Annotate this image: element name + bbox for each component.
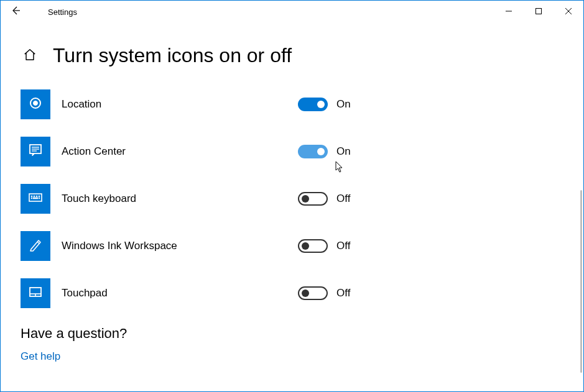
back-arrow-icon xyxy=(11,6,21,18)
svg-point-13 xyxy=(36,196,37,197)
ink-workspace-icon xyxy=(27,237,44,255)
page-title: Turn system icons on or off xyxy=(53,44,292,67)
toggle-wrap: Off xyxy=(298,286,350,300)
content-area: Turn system icons on or off LocationOnAc… xyxy=(1,23,583,391)
setting-label: Location xyxy=(62,98,298,111)
maximize-icon xyxy=(535,6,542,17)
toggle-state-label: Off xyxy=(336,287,350,299)
toggle-switch[interactable] xyxy=(298,192,328,206)
setting-row: Touch keyboardOff xyxy=(21,184,563,214)
location-icon xyxy=(27,95,44,114)
maximize-button[interactable] xyxy=(524,1,554,23)
toggle-state-label: Off xyxy=(336,193,350,205)
setting-tile xyxy=(21,184,50,214)
home-icon xyxy=(23,53,37,63)
toggle-knob xyxy=(317,101,325,108)
toggle-switch[interactable] xyxy=(298,286,328,300)
toggle-switch[interactable] xyxy=(298,145,328,158)
toggle-switch[interactable] xyxy=(298,239,328,253)
back-button[interactable] xyxy=(1,1,30,23)
setting-label: Windows Ink Workspace xyxy=(62,240,298,252)
help-heading: Have a question? xyxy=(21,326,563,342)
close-icon xyxy=(565,6,572,17)
toggle-wrap: On xyxy=(298,98,351,111)
settings-window: Settings Turn system icons on or off Loc… xyxy=(0,0,584,392)
toggle-state-label: On xyxy=(336,98,351,111)
svg-point-14 xyxy=(39,196,40,197)
page-header: Turn system icons on or off xyxy=(21,44,563,67)
svg-point-16 xyxy=(39,198,40,199)
setting-row: Windows Ink WorkspaceOff xyxy=(21,231,563,261)
setting-tile xyxy=(21,278,50,308)
setting-tile xyxy=(21,231,50,261)
home-button[interactable] xyxy=(23,48,37,64)
toggle-knob xyxy=(317,148,325,155)
minimize-button[interactable] xyxy=(494,1,524,23)
svg-point-5 xyxy=(34,101,38,106)
setting-row: TouchpadOff xyxy=(21,278,563,308)
items-list: LocationOnAction CenterOnTouch keyboardO… xyxy=(21,89,563,308)
toggle-switch[interactable] xyxy=(298,98,328,111)
toggle-knob xyxy=(302,242,309,250)
toggle-wrap: On xyxy=(298,145,351,158)
toggle-wrap: Off xyxy=(298,192,350,206)
svg-line-18 xyxy=(37,242,39,244)
toggle-state-label: Off xyxy=(336,240,350,252)
toggle-wrap: Off xyxy=(298,239,350,253)
svg-point-15 xyxy=(31,198,32,199)
setting-label: Touch keyboard xyxy=(62,193,298,205)
setting-label: Action Center xyxy=(62,145,298,158)
setting-tile xyxy=(21,137,50,166)
svg-point-11 xyxy=(31,196,32,197)
svg-rect-1 xyxy=(536,9,542,14)
scrollbar[interactable] xyxy=(580,190,582,373)
get-help-link[interactable]: Get help xyxy=(21,350,60,362)
titlebar: Settings xyxy=(1,1,583,23)
setting-tile xyxy=(21,89,50,119)
touch-keyboard-icon xyxy=(27,189,44,208)
setting-row: Action CenterOn xyxy=(21,137,563,166)
touchpad-icon xyxy=(27,284,44,303)
setting-row: LocationOn xyxy=(21,89,563,119)
action-center-icon xyxy=(27,142,44,161)
minimize-icon xyxy=(505,6,512,17)
svg-rect-17 xyxy=(34,198,38,199)
toggle-knob xyxy=(302,289,309,297)
close-button[interactable] xyxy=(554,1,583,23)
svg-point-12 xyxy=(34,196,35,197)
toggle-knob xyxy=(302,195,309,203)
setting-label: Touchpad xyxy=(62,287,298,299)
window-title: Settings xyxy=(48,7,77,17)
window-controls xyxy=(494,1,583,23)
toggle-state-label: On xyxy=(336,145,351,158)
